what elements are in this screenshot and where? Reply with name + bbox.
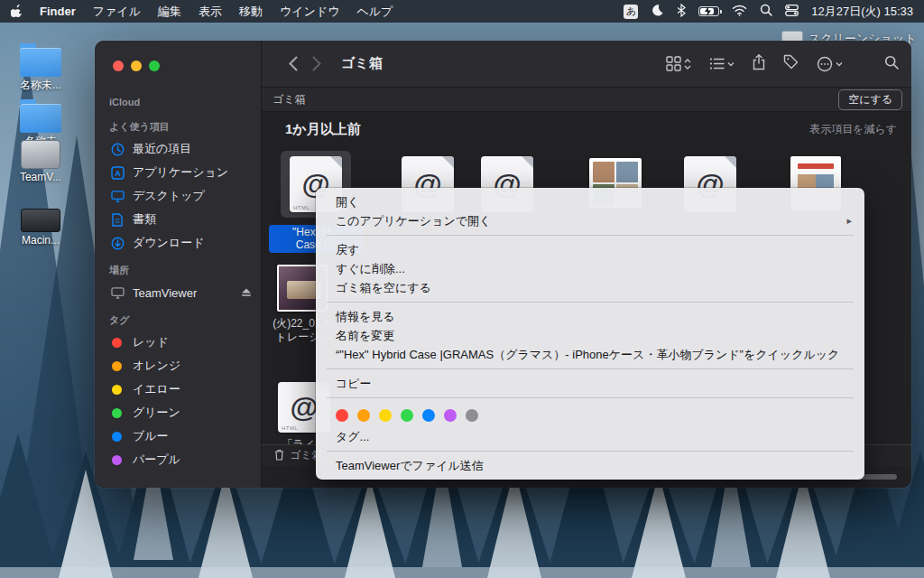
- tag-color-picker: [316, 403, 864, 427]
- tag-color-dot: [112, 338, 122, 348]
- menu-view[interactable]: 表示: [199, 4, 222, 20]
- sidebar-item-recents[interactable]: 最近の項目: [95, 137, 261, 161]
- window-title: ゴミ箱: [341, 55, 383, 72]
- sidebar-item-teamviewer[interactable]: TeamViewer: [95, 281, 261, 304]
- menu-item-label: ゴミ箱を空にする: [336, 280, 431, 296]
- submenu-arrow-icon: ▸: [846, 215, 852, 227]
- tag-gray-dot[interactable]: [466, 409, 478, 422]
- desktop-icon-label: TeamV...: [5, 172, 76, 183]
- context-menu-item-teamviewer-send[interactable]: TeamViewerでファイル送信: [316, 456, 864, 475]
- menu-item-label: 開く: [336, 194, 359, 210]
- trash-icon: [274, 449, 284, 463]
- group-by-button[interactable]: [709, 57, 735, 70]
- zoom-window-button[interactable]: [149, 61, 160, 71]
- sidebar-item-label: TeamViewer: [133, 286, 197, 300]
- context-menu-item-open[interactable]: 開く: [316, 192, 864, 211]
- sidebar-item-label: 書類: [133, 211, 156, 228]
- menu-edit[interactable]: 編集: [158, 4, 181, 20]
- sidebar-tag-red[interactable]: レッド: [95, 331, 261, 354]
- sidebar-item-documents[interactable]: 書類: [95, 208, 261, 231]
- external-drive-icon: [21, 140, 60, 169]
- sidebar-item-desktop[interactable]: デスクトップ: [95, 184, 261, 208]
- context-menu-item-put-back[interactable]: 戻す: [316, 240, 864, 259]
- desktop-icon-label: Macin...: [5, 235, 76, 247]
- menu-help[interactable]: ヘルプ: [356, 4, 393, 20]
- share-button[interactable]: [753, 54, 765, 74]
- menu-file[interactable]: ファイル: [93, 4, 141, 20]
- current-location-label: ゴミ箱: [273, 92, 306, 107]
- context-menu-item-empty-trash[interactable]: ゴミ箱を空にする: [316, 278, 864, 297]
- context-menu-item-copy[interactable]: コピー: [316, 374, 864, 393]
- sidebar-section-icloud: iCloud: [95, 88, 261, 111]
- forward-button[interactable]: [305, 56, 328, 71]
- menu-separator: [327, 302, 854, 303]
- more-actions-button[interactable]: [817, 56, 843, 72]
- sidebar-item-label: グリーン: [133, 405, 180, 421]
- context-menu-item-rename[interactable]: 名前を変更: [316, 326, 864, 345]
- desktop: { "menu_bar": { "app_name": "Finder", "m…: [0, 0, 924, 578]
- apple-menu-icon[interactable]: [11, 4, 23, 20]
- context-menu-item-delete-immediately[interactable]: すぐに削除...: [316, 259, 864, 278]
- group-section-header: 1か月以上前 表示項目を減らす: [262, 112, 911, 144]
- tags-button[interactable]: [783, 54, 799, 73]
- back-button[interactable]: [282, 56, 305, 71]
- control-center-icon[interactable]: [785, 5, 799, 19]
- charging-bolt-icon: [705, 6, 711, 18]
- eject-icon[interactable]: [241, 286, 252, 300]
- menu-go[interactable]: 移動: [239, 4, 263, 20]
- document-icon: [109, 213, 125, 227]
- network-drive-icon: [109, 287, 125, 299]
- tag-purple-dot[interactable]: [444, 409, 457, 422]
- menu-window[interactable]: ウインドウ: [280, 4, 340, 20]
- sidebar-tag-orange[interactable]: オレンジ: [95, 354, 261, 378]
- menu-item-label: 名前を変更: [336, 328, 394, 344]
- tag-blue-dot[interactable]: [422, 409, 435, 422]
- chevron-down-icon: [727, 61, 735, 67]
- sidebar-item-label: デスクトップ: [133, 188, 205, 204]
- tag-green-dot[interactable]: [401, 409, 413, 422]
- empty-trash-button[interactable]: 空にする: [838, 89, 902, 110]
- do-not-disturb-moon-icon[interactable]: [651, 4, 664, 20]
- desktop-icon-untitled-folder[interactable]: 名称未...: [5, 43, 76, 91]
- close-window-button[interactable]: [113, 61, 124, 71]
- sidebar-tag-purple[interactable]: パープル: [95, 448, 261, 471]
- context-menu-item-quick-look[interactable]: “"Hex" Hybrid Case |GRAMAS（グラマス）- iPhone…: [316, 345, 864, 364]
- chevron-up-down-icon: [684, 58, 691, 70]
- desktop-icon-teamviewer-drive[interactable]: TeamV...: [5, 140, 76, 183]
- chevron-down-icon: [836, 61, 843, 67]
- sidebar-item-label: パープル: [133, 452, 180, 468]
- sidebar-section-favorites: よく使う項目: [95, 111, 261, 137]
- bluetooth-icon[interactable]: [677, 4, 686, 20]
- context-menu-item-get-info[interactable]: 情報を見る: [316, 307, 864, 326]
- sidebar-item-applications[interactable]: A アプリケーション: [95, 161, 261, 184]
- minimize-window-button[interactable]: [131, 61, 142, 71]
- search-button[interactable]: [884, 55, 899, 73]
- desktop-icon-label: 名称未...: [5, 79, 76, 91]
- menu-item-label: すぐに削除...: [336, 261, 405, 277]
- wifi-icon[interactable]: [732, 5, 747, 19]
- sidebar-tag-yellow[interactable]: イエロー: [95, 378, 261, 401]
- tag-orange-dot[interactable]: [357, 409, 370, 422]
- context-menu-item-tags[interactable]: タグ...: [316, 427, 864, 446]
- menu-item-label: タグ...: [336, 429, 369, 445]
- html-badge: HTML: [282, 425, 298, 431]
- menu-bar-app-name[interactable]: Finder: [40, 5, 76, 18]
- show-fewer-items-link[interactable]: 表示項目を減らす: [809, 122, 897, 137]
- battery-icon[interactable]: [698, 6, 719, 16]
- context-menu-item-open-with[interactable]: このアプリケーションで開く ▸: [316, 211, 864, 230]
- svg-text:A: A: [115, 169, 120, 178]
- spotlight-search-icon[interactable]: [760, 4, 772, 19]
- desktop-icon-macintosh-hd[interactable]: Macin...: [5, 206, 76, 247]
- menu-bar-clock[interactable]: 12月27日(火) 15:33: [811, 4, 913, 20]
- input-source-icon[interactable]: あ: [624, 5, 638, 19]
- sidebar-tag-blue[interactable]: ブルー: [95, 424, 261, 448]
- view-mode-button[interactable]: [666, 56, 691, 71]
- menu-item-label: 戻す: [336, 242, 359, 258]
- sidebar-item-downloads[interactable]: ダウンロード: [95, 231, 261, 255]
- sidebar-tag-green[interactable]: グリーン: [95, 401, 261, 424]
- tag-yellow-dot[interactable]: [379, 409, 392, 422]
- tag-color-dot: [112, 408, 122, 418]
- finder-pathbar: ゴミ箱 空にする: [262, 88, 911, 112]
- tag-red-dot[interactable]: [336, 409, 348, 422]
- finder-sidebar: iCloud よく使う項目 最近の項目 A アプリケーション デスクトップ 書類: [95, 41, 262, 488]
